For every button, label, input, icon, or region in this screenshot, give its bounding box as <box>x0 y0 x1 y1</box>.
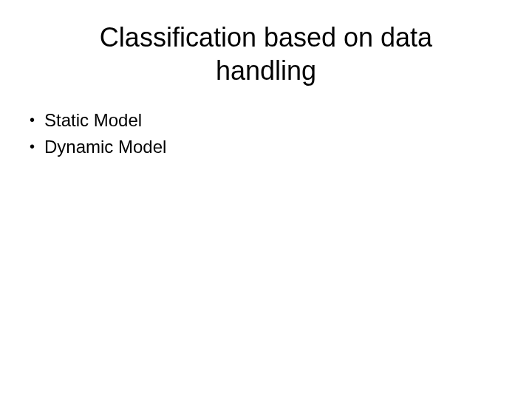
bullet-icon: • <box>30 108 44 132</box>
bullet-text: Static Model <box>44 108 510 133</box>
slide-container: Classification based on data handling • … <box>0 0 532 399</box>
bullet-list: • Static Model • Dynamic Model <box>22 108 510 159</box>
list-item: • Static Model <box>30 108 510 133</box>
bullet-text: Dynamic Model <box>44 134 510 160</box>
bullet-icon: • <box>30 134 44 158</box>
slide-title: Classification based on data handling <box>22 21 510 87</box>
list-item: • Dynamic Model <box>30 134 510 160</box>
